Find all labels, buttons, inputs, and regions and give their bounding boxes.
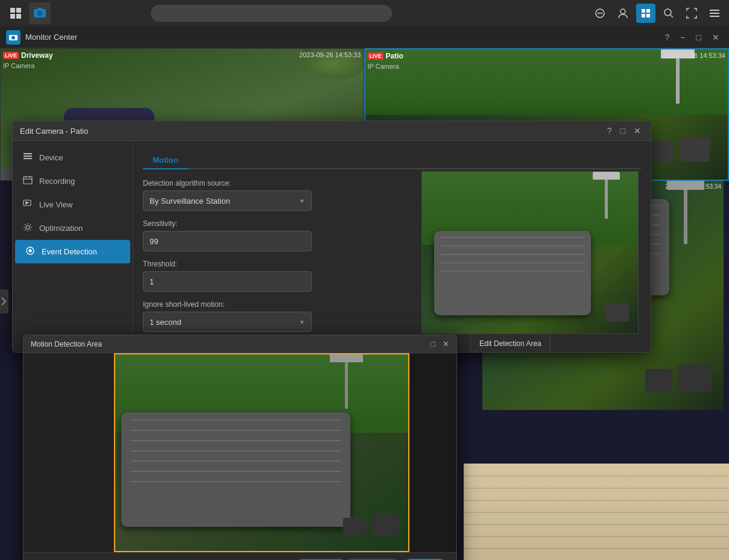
dialog-titlebar: Edit Camera - Patio ? □ ✕	[13, 121, 651, 141]
sidebar-label-optimization: Optimization	[39, 224, 83, 233]
fullscreen-icon[interactable]	[682, 4, 701, 23]
motion-cam-preview: P Camera 2023-09-26 14:53:3	[114, 353, 409, 552]
sidebar-item-event-detection[interactable]: Event Detection	[15, 240, 130, 263]
recording-icon	[22, 175, 33, 187]
live-badge-patio: LIVE	[368, 52, 383, 60]
svg-point-22	[11, 36, 15, 39]
edit-detection-area-panel: Edit Detection Area	[470, 333, 551, 353]
event-detection-icon	[25, 246, 36, 257]
camera-timestamp-driveway: 2023-09-26 14:53:33	[299, 51, 361, 58]
svg-rect-19	[710, 13, 719, 14]
app-minimize-button[interactable]: −	[677, 31, 689, 43]
building-area	[464, 464, 729, 560]
mattress-preview	[434, 231, 591, 315]
motion-left-strip	[24, 353, 114, 552]
app-title: Monitor Center	[25, 33, 77, 42]
camera-name-driveway: Driveway	[21, 51, 53, 60]
app-logo	[6, 30, 21, 45]
camera-name-patio: Patio	[386, 52, 403, 60]
svg-rect-6	[37, 8, 42, 10]
search-icon[interactable]	[659, 4, 678, 23]
camera-app-button[interactable]	[29, 2, 51, 24]
dialog-close-button[interactable]: ✕	[631, 126, 643, 136]
svg-rect-25	[24, 158, 32, 159]
sidebar-item-optimization[interactable]: Optimization	[13, 216, 133, 240]
app-maximize-button[interactable]: □	[693, 31, 705, 43]
svg-rect-18	[710, 10, 719, 11]
svg-point-34	[29, 250, 31, 252]
ignore-motion-value: 1 second	[150, 318, 181, 327]
sidebar-item-device[interactable]: Device	[13, 146, 133, 169]
svg-rect-3	[16, 14, 21, 19]
svg-rect-1	[16, 8, 21, 13]
svg-rect-20	[710, 16, 719, 17]
motion-dialog-buttons: □ ✕	[431, 339, 449, 348]
sidebar-label-live-view: Live View	[39, 200, 72, 209]
edit-detection-label: Edit Detection Area	[479, 339, 541, 348]
app-help-button[interactable]: ?	[661, 31, 674, 43]
motion-dialog-titlebar: Motion Detection Area □ ✕	[24, 335, 456, 353]
edit-camera-dialog: Edit Camera - Patio ? □ ✕ Device	[12, 121, 651, 353]
sidebar-item-recording[interactable]: Recording	[13, 169, 133, 193]
motion-dialog-footer: Apply Cancel OK	[24, 552, 456, 560]
menu-icon[interactable]	[705, 4, 724, 23]
svg-rect-24	[24, 156, 32, 157]
sidebar-label-event-detection: Event Detection	[42, 247, 97, 256]
chat-icon[interactable]	[590, 4, 610, 23]
camera-sub-patio: IP Camera	[368, 63, 399, 70]
tab-motion[interactable]: Motion	[143, 152, 188, 169]
ignore-motion-arrow: ▼	[299, 319, 305, 326]
camera-label-patio: LIVE Patio	[368, 52, 403, 60]
camera-sub-driveway: IP Camera	[3, 62, 34, 69]
mattress-lines	[440, 237, 585, 272]
svg-point-9	[599, 13, 601, 14]
dialog-title-buttons: ? □ ✕	[605, 126, 643, 136]
svg-point-11	[620, 9, 625, 14]
svg-rect-15	[646, 14, 650, 17]
tab-bar: Motion	[143, 151, 641, 169]
svg-point-10	[601, 13, 602, 14]
motion-dialog-title: Motion Detection Area	[31, 340, 431, 348]
svg-point-8	[598, 13, 599, 14]
threshold-input[interactable]	[143, 271, 312, 292]
motion-minimize-button[interactable]: □	[431, 339, 435, 348]
app-titlebar-controls: ? − □ ✕	[661, 31, 723, 43]
motion-mattress	[121, 412, 350, 527]
device-icon	[22, 152, 33, 163]
taskbar	[0, 0, 729, 27]
grid-view-icon[interactable]	[636, 4, 655, 23]
sidebar-item-live-view[interactable]: Live View	[13, 193, 133, 216]
svg-rect-12	[642, 9, 645, 13]
taskbar-right-area	[590, 4, 724, 23]
motion-dialog-content: P Camera 2023-09-26 14:53:3	[24, 353, 456, 552]
dialog-body: Device Recording	[13, 141, 651, 352]
ignore-motion-select[interactable]: 1 second ▼	[143, 312, 312, 332]
svg-rect-0	[10, 8, 15, 13]
svg-rect-14	[642, 14, 645, 17]
dialog-help-button[interactable]: ?	[605, 126, 614, 136]
dialog-title: Edit Camera - Patio	[20, 127, 605, 136]
live-badge-driveway: LIVE	[3, 52, 19, 59]
app-grid-button[interactable]	[5, 2, 27, 24]
motion-close-button[interactable]: ✕	[443, 339, 449, 348]
optimization-icon	[22, 222, 33, 234]
camera-timestamp-patio: 2023-09-26 14:53:34	[664, 52, 725, 59]
search-input[interactable]	[151, 5, 392, 22]
detection-algorithm-select[interactable]: By Surveillance Station ▼	[143, 190, 312, 211]
svg-line-17	[671, 15, 673, 17]
camera-label-driveway: LIVE Driveway	[3, 51, 53, 60]
svg-point-16	[664, 9, 671, 16]
user-icon[interactable]	[613, 4, 633, 23]
svg-point-5	[37, 11, 42, 16]
collapse-panel-button[interactable]	[0, 289, 8, 313]
app-titlebar: Monitor Center ? − □ ✕	[0, 27, 729, 48]
svg-rect-23	[24, 153, 32, 154]
sidebar-label-device: Device	[39, 153, 63, 162]
svg-point-32	[26, 225, 30, 229]
camera-preview: IP Camera 2023-09-26 14:53:34	[421, 171, 639, 334]
app-close-button[interactable]: ✕	[708, 31, 723, 43]
preview-cam-background: IP Camera 2023-09-26 14:53:34	[422, 172, 638, 333]
sensitivity-input[interactable]	[143, 231, 312, 251]
dialog-maximize-button[interactable]: □	[618, 126, 628, 136]
dialog-sidebar: Device Recording	[13, 141, 133, 352]
